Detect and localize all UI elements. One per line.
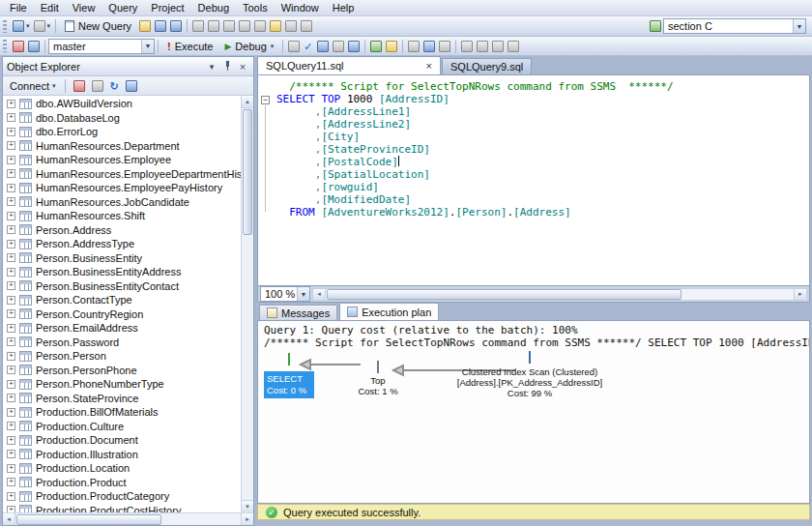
scroll-right-icon[interactable]: ►: [794, 289, 806, 300]
expand-icon[interactable]: +: [7, 268, 15, 277]
expand-icon[interactable]: +: [7, 422, 15, 430]
tree-item[interactable]: +HumanResources.Shift: [3, 209, 241, 223]
expand-icon[interactable]: +: [7, 309, 15, 318]
window-position-icon[interactable]: ▾: [205, 62, 218, 72]
plan-node-top[interactable]: Top Cost: 1 %: [351, 362, 405, 396]
menu-edit[interactable]: Edit: [34, 0, 66, 15]
expand-icon[interactable]: +: [7, 100, 15, 108]
tree-item[interactable]: +Production.Product: [3, 476, 241, 490]
navigate-icon[interactable]: [648, 19, 663, 33]
pin-icon[interactable]: [220, 61, 234, 72]
expand-icon[interactable]: +: [7, 436, 15, 445]
cancel-query-icon[interactable]: [286, 40, 302, 53]
tree-item[interactable]: +HumanResources.Employee: [3, 153, 241, 167]
tree-item[interactable]: +dbo.AWBuildVersion: [3, 97, 241, 111]
tree-item[interactable]: +Person.CountryRegion: [3, 307, 241, 322]
expand-icon[interactable]: +: [7, 365, 15, 374]
chevron-down-icon[interactable]: ▼: [141, 40, 154, 53]
paste-icon[interactable]: [252, 19, 268, 33]
menu-window[interactable]: Window: [275, 0, 326, 15]
tree-item[interactable]: +Person.Password: [3, 336, 241, 350]
tree-item[interactable]: +Production.Document: [3, 433, 241, 448]
undo-icon[interactable]: [190, 19, 206, 33]
tree-item[interactable]: +Person.EmailAddress: [3, 321, 241, 336]
change-connection-icon[interactable]: [26, 40, 42, 53]
chevron-down-icon[interactable]: ▼: [793, 19, 805, 33]
tree-item[interactable]: +Person.StateProvince: [3, 392, 241, 406]
include-actual-plan-icon[interactable]: [368, 40, 384, 53]
expand-icon[interactable]: +: [7, 240, 15, 248]
tab-messages[interactable]: Messages: [259, 305, 337, 320]
plan-node-clustered-index-scan[interactable]: Clustered Index Scan (Clustered) [Addres…: [442, 352, 618, 398]
tree-item[interactable]: +Person.BusinessEntityContact: [3, 279, 241, 294]
comment-icon[interactable]: [459, 40, 475, 53]
expand-icon[interactable]: +: [7, 197, 15, 206]
menu-file[interactable]: File: [3, 0, 34, 15]
section-combobox[interactable]: section C ▼: [663, 18, 806, 34]
properties-icon[interactable]: [299, 19, 314, 33]
expand-icon[interactable]: +: [7, 225, 15, 234]
tree-item[interactable]: +HumanResources.JobCandidate: [3, 195, 241, 210]
execution-plan-panel[interactable]: Query 1: Query cost (relative to the bat…: [257, 320, 810, 504]
new-query-button[interactable]: New Query: [59, 19, 137, 33]
expand-icon[interactable]: +: [7, 212, 15, 220]
expand-icon[interactable]: +: [7, 492, 15, 501]
zoom-combobox[interactable]: 100 % ▼: [260, 286, 310, 302]
tab-execution-plan[interactable]: Execution plan: [339, 303, 439, 320]
results-to-text-icon[interactable]: [406, 40, 421, 53]
intellisense-icon[interactable]: [346, 40, 362, 53]
scroll-left-icon[interactable]: ◄: [313, 289, 326, 300]
tab-SQLQuery11.sql[interactable]: SQLQuery11.sql×: [257, 56, 441, 74]
filter-icon[interactable]: [124, 79, 139, 93]
save-icon[interactable]: [153, 19, 168, 33]
tree-item[interactable]: +Production.Location: [3, 461, 241, 476]
estimated-plan-icon[interactable]: [315, 40, 331, 53]
scrollbar-thumb[interactable]: [327, 289, 682, 300]
tree-item[interactable]: +Person.AddressType: [3, 237, 241, 251]
client-statistics-icon[interactable]: [384, 40, 399, 53]
chevron-down-icon[interactable]: ▼: [297, 287, 309, 301]
available-servers-icon[interactable]: ▾: [32, 19, 53, 33]
tree-item[interactable]: +Person.BusinessEntity: [3, 251, 241, 266]
toolbar-grip[interactable]: [3, 20, 7, 33]
expand-icon[interactable]: +: [7, 464, 15, 473]
stop-icon[interactable]: [90, 79, 105, 93]
expand-icon[interactable]: +: [7, 113, 15, 122]
collapse-region-icon[interactable]: −: [261, 96, 270, 104]
indent-icon[interactable]: [490, 40, 506, 53]
expand-icon[interactable]: +: [7, 380, 15, 389]
uncomment-icon[interactable]: [475, 40, 490, 53]
expand-icon[interactable]: +: [7, 184, 15, 192]
disconnect-icon[interactable]: [72, 79, 87, 93]
tree-item[interactable]: +Person.BusinessEntityAddress: [3, 265, 241, 279]
refresh-icon[interactable]: ↻: [108, 79, 121, 93]
object-explorer-tree[interactable]: +dbo.AWBuildVersion+dbo.DatabaseLog+dbo.…: [3, 96, 253, 512]
results-to-grid-icon[interactable]: [421, 40, 437, 53]
execute-button[interactable]: ! Execute: [161, 40, 218, 53]
sql-editor[interactable]: − /****** Script for SelectTopNRows comm…: [257, 74, 810, 286]
expand-icon[interactable]: +: [7, 394, 15, 402]
cut-icon[interactable]: [221, 19, 237, 33]
database-combobox[interactable]: master ▼: [48, 39, 155, 54]
tree-item[interactable]: +Person.ContactType: [3, 293, 241, 307]
tree-item[interactable]: +HumanResources.EmployeeDepartmentHistor…: [3, 167, 241, 182]
debug-button[interactable]: ▶ Debug ▾: [218, 40, 279, 53]
expand-icon[interactable]: +: [7, 337, 15, 346]
query-options-icon[interactable]: [331, 40, 346, 53]
expand-icon[interactable]: +: [7, 324, 15, 333]
object-explorer-header[interactable]: Object Explorer ▾ ×: [3, 57, 253, 76]
tree-item[interactable]: +Person.PersonPhone: [3, 364, 241, 378]
solution-explorer-icon[interactable]: [283, 19, 299, 33]
scroll-down-icon[interactable]: ▼: [242, 500, 253, 512]
outdent-icon[interactable]: [506, 40, 521, 53]
results-to-file-icon[interactable]: [437, 40, 452, 53]
copy-icon[interactable]: [237, 19, 252, 33]
find-icon[interactable]: [268, 19, 283, 33]
tree-item[interactable]: +Production.ProductCostHistory: [3, 504, 241, 513]
scroll-up-icon[interactable]: ▲: [242, 96, 253, 108]
tree-item[interactable]: +HumanResources.EmployeePayHistory: [3, 181, 241, 195]
parse-icon[interactable]: ✓: [302, 40, 314, 53]
expand-icon[interactable]: +: [7, 450, 15, 458]
connect-button[interactable]: Connect ▾: [7, 80, 59, 92]
tree-item[interactable]: +HumanResources.Department: [3, 139, 241, 154]
